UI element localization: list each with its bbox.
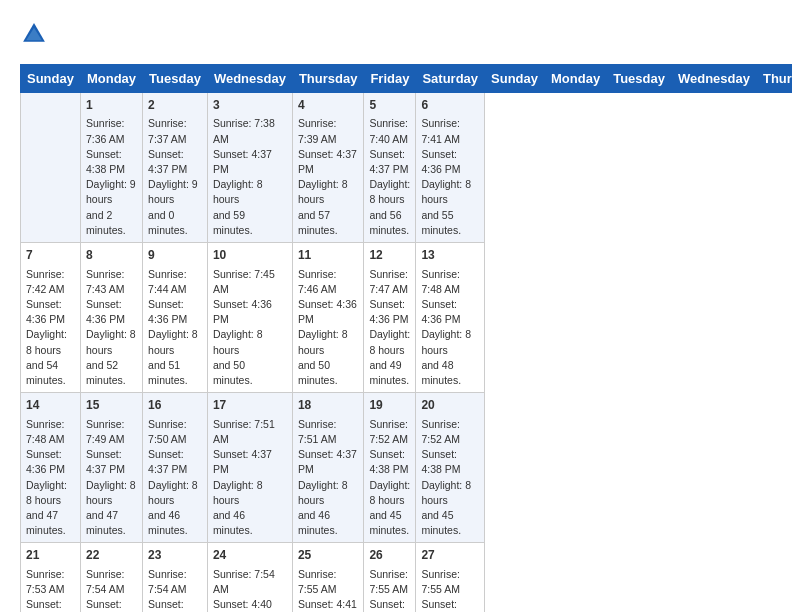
day-info: Sunrise: 7:55 AMSunset: 4:42 PMDaylight:…	[421, 567, 479, 612]
header-cell-saturday: Saturday	[416, 65, 485, 93]
day-cell: 23Sunrise: 7:54 AMSunset: 4:40 PMDayligh…	[143, 543, 208, 612]
day-info: Sunrise: 7:51 AMSunset: 4:37 PMDaylight:…	[213, 417, 287, 539]
day-number: 27	[421, 547, 479, 564]
day-cell: 22Sunrise: 7:54 AMSunset: 4:39 PMDayligh…	[80, 543, 142, 612]
day-number: 25	[298, 547, 359, 564]
day-cell: 13Sunrise: 7:48 AMSunset: 4:36 PMDayligh…	[416, 243, 485, 393]
col-header-thursday: Thursday	[756, 65, 792, 93]
day-number: 19	[369, 397, 410, 414]
day-cell: 18Sunrise: 7:51 AMSunset: 4:37 PMDayligh…	[292, 393, 364, 543]
day-cell: 14Sunrise: 7:48 AMSunset: 4:36 PMDayligh…	[21, 393, 81, 543]
week-row-4: 21Sunrise: 7:53 AMSunset: 4:39 PMDayligh…	[21, 543, 793, 612]
day-cell: 11Sunrise: 7:46 AMSunset: 4:36 PMDayligh…	[292, 243, 364, 393]
day-number: 23	[148, 547, 202, 564]
day-number: 14	[26, 397, 75, 414]
header-cell-wednesday: Wednesday	[207, 65, 292, 93]
day-cell: 7Sunrise: 7:42 AMSunset: 4:36 PMDaylight…	[21, 243, 81, 393]
day-number: 13	[421, 247, 479, 264]
day-cell	[21, 93, 81, 243]
day-cell: 8Sunrise: 7:43 AMSunset: 4:36 PMDaylight…	[80, 243, 142, 393]
day-number: 11	[298, 247, 359, 264]
header-cell-sunday: Sunday	[21, 65, 81, 93]
day-info: Sunrise: 7:49 AMSunset: 4:37 PMDaylight:…	[86, 417, 137, 539]
day-number: 20	[421, 397, 479, 414]
day-number: 16	[148, 397, 202, 414]
day-number: 2	[148, 97, 202, 114]
day-cell: 9Sunrise: 7:44 AMSunset: 4:36 PMDaylight…	[143, 243, 208, 393]
header-cell-monday: Monday	[80, 65, 142, 93]
day-cell: 17Sunrise: 7:51 AMSunset: 4:37 PMDayligh…	[207, 393, 292, 543]
day-info: Sunrise: 7:51 AMSunset: 4:37 PMDaylight:…	[298, 417, 359, 539]
day-info: Sunrise: 7:48 AMSunset: 4:36 PMDaylight:…	[26, 417, 75, 539]
day-number: 26	[369, 547, 410, 564]
logo	[20, 20, 52, 48]
col-header-tuesday: Tuesday	[607, 65, 672, 93]
day-number: 7	[26, 247, 75, 264]
day-number: 8	[86, 247, 137, 264]
day-info: Sunrise: 7:54 AMSunset: 4:39 PMDaylight:…	[86, 567, 137, 612]
col-header-sunday: Sunday	[485, 65, 545, 93]
day-cell: 24Sunrise: 7:54 AMSunset: 4:40 PMDayligh…	[207, 543, 292, 612]
day-cell: 10Sunrise: 7:45 AMSunset: 4:36 PMDayligh…	[207, 243, 292, 393]
day-info: Sunrise: 7:52 AMSunset: 4:38 PMDaylight:…	[369, 417, 410, 539]
day-info: Sunrise: 7:54 AMSunset: 4:40 PMDaylight:…	[213, 567, 287, 612]
day-info: Sunrise: 7:47 AMSunset: 4:36 PMDaylight:…	[369, 267, 410, 389]
day-info: Sunrise: 7:37 AMSunset: 4:37 PMDaylight:…	[148, 116, 202, 238]
day-cell: 2Sunrise: 7:37 AMSunset: 4:37 PMDaylight…	[143, 93, 208, 243]
day-info: Sunrise: 7:44 AMSunset: 4:36 PMDaylight:…	[148, 267, 202, 389]
day-cell: 6Sunrise: 7:41 AMSunset: 4:36 PMDaylight…	[416, 93, 485, 243]
day-number: 1	[86, 97, 137, 114]
day-cell: 26Sunrise: 7:55 AMSunset: 4:41 PMDayligh…	[364, 543, 416, 612]
day-cell: 21Sunrise: 7:53 AMSunset: 4:39 PMDayligh…	[21, 543, 81, 612]
day-number: 12	[369, 247, 410, 264]
day-number: 6	[421, 97, 479, 114]
day-number: 5	[369, 97, 410, 114]
day-number: 10	[213, 247, 287, 264]
day-info: Sunrise: 7:39 AMSunset: 4:37 PMDaylight:…	[298, 116, 359, 238]
day-number: 18	[298, 397, 359, 414]
day-info: Sunrise: 7:50 AMSunset: 4:37 PMDaylight:…	[148, 417, 202, 539]
day-number: 24	[213, 547, 287, 564]
week-row-2: 7Sunrise: 7:42 AMSunset: 4:36 PMDaylight…	[21, 243, 793, 393]
day-cell: 5Sunrise: 7:40 AMSunset: 4:37 PMDaylight…	[364, 93, 416, 243]
day-cell: 25Sunrise: 7:55 AMSunset: 4:41 PMDayligh…	[292, 543, 364, 612]
day-cell: 15Sunrise: 7:49 AMSunset: 4:37 PMDayligh…	[80, 393, 142, 543]
day-info: Sunrise: 7:38 AMSunset: 4:37 PMDaylight:…	[213, 116, 287, 238]
week-row-1: 1Sunrise: 7:36 AMSunset: 4:38 PMDaylight…	[21, 93, 793, 243]
day-cell: 12Sunrise: 7:47 AMSunset: 4:36 PMDayligh…	[364, 243, 416, 393]
header-cell-thursday: Thursday	[292, 65, 364, 93]
calendar-table: SundayMondayTuesdayWednesdayThursdayFrid…	[20, 64, 792, 612]
day-number: 3	[213, 97, 287, 114]
day-number: 4	[298, 97, 359, 114]
day-cell: 19Sunrise: 7:52 AMSunset: 4:38 PMDayligh…	[364, 393, 416, 543]
day-number: 15	[86, 397, 137, 414]
day-info: Sunrise: 7:36 AMSunset: 4:38 PMDaylight:…	[86, 116, 137, 238]
day-info: Sunrise: 7:53 AMSunset: 4:39 PMDaylight:…	[26, 567, 75, 612]
day-number: 9	[148, 247, 202, 264]
day-info: Sunrise: 7:55 AMSunset: 4:41 PMDaylight:…	[298, 567, 359, 612]
day-cell: 1Sunrise: 7:36 AMSunset: 4:38 PMDaylight…	[80, 93, 142, 243]
day-info: Sunrise: 7:45 AMSunset: 4:36 PMDaylight:…	[213, 267, 287, 389]
page-header	[20, 20, 772, 48]
col-header-monday: Monday	[545, 65, 607, 93]
day-info: Sunrise: 7:40 AMSunset: 4:37 PMDaylight:…	[369, 116, 410, 238]
header-cell-tuesday: Tuesday	[143, 65, 208, 93]
day-info: Sunrise: 7:55 AMSunset: 4:41 PMDaylight:…	[369, 567, 410, 612]
day-info: Sunrise: 7:42 AMSunset: 4:36 PMDaylight:…	[26, 267, 75, 389]
day-info: Sunrise: 7:48 AMSunset: 4:36 PMDaylight:…	[421, 267, 479, 389]
logo-icon	[20, 20, 48, 48]
day-info: Sunrise: 7:43 AMSunset: 4:36 PMDaylight:…	[86, 267, 137, 389]
day-info: Sunrise: 7:52 AMSunset: 4:38 PMDaylight:…	[421, 417, 479, 539]
header-cell-friday: Friday	[364, 65, 416, 93]
day-info: Sunrise: 7:41 AMSunset: 4:36 PMDaylight:…	[421, 116, 479, 238]
day-info: Sunrise: 7:54 AMSunset: 4:40 PMDaylight:…	[148, 567, 202, 612]
day-number: 22	[86, 547, 137, 564]
day-cell: 3Sunrise: 7:38 AMSunset: 4:37 PMDaylight…	[207, 93, 292, 243]
day-number: 17	[213, 397, 287, 414]
day-cell: 4Sunrise: 7:39 AMSunset: 4:37 PMDaylight…	[292, 93, 364, 243]
day-info: Sunrise: 7:46 AMSunset: 4:36 PMDaylight:…	[298, 267, 359, 389]
day-cell: 27Sunrise: 7:55 AMSunset: 4:42 PMDayligh…	[416, 543, 485, 612]
day-number: 21	[26, 547, 75, 564]
day-cell: 20Sunrise: 7:52 AMSunset: 4:38 PMDayligh…	[416, 393, 485, 543]
day-cell: 16Sunrise: 7:50 AMSunset: 4:37 PMDayligh…	[143, 393, 208, 543]
